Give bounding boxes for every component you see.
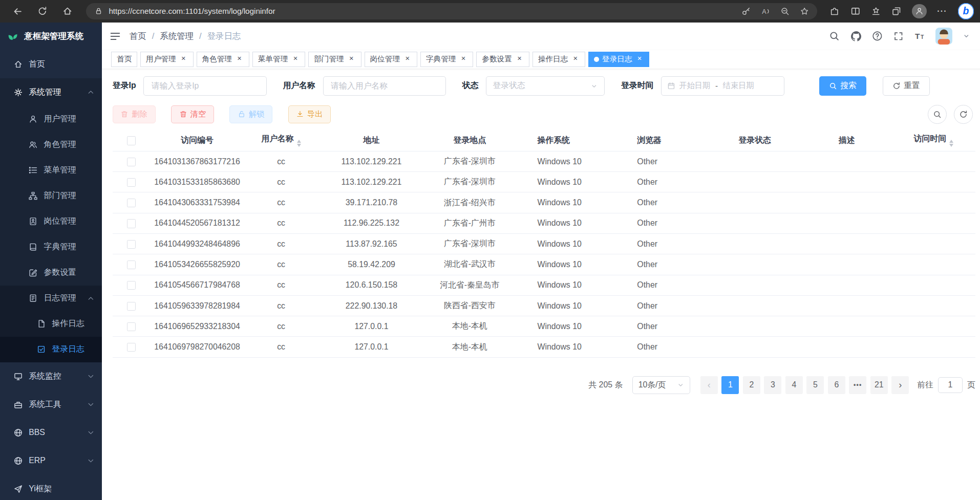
tab-menu-management[interactable]: 菜单管理× [252, 52, 305, 68]
row-checkbox[interactable] [127, 178, 136, 187]
tab-dept-management[interactable]: 部门管理× [308, 52, 361, 68]
row-checkbox[interactable] [127, 281, 136, 290]
page-button-5[interactable]: 5 [806, 376, 824, 394]
sort-icon[interactable] [297, 140, 301, 147]
close-tab-icon[interactable]: × [347, 55, 356, 63]
tab-user-management[interactable]: 用户管理× [140, 52, 193, 68]
avatar-caret-down-icon[interactable] [963, 32, 970, 40]
app-logo[interactable]: 意框架管理系统 [0, 23, 102, 50]
sidebar-item-system-tools[interactable]: 系统工具 [0, 390, 102, 419]
split-screen-icon[interactable] [850, 6, 861, 16]
header-search-button[interactable] [829, 31, 840, 41]
sidebar-item-system-monitor[interactable]: 系统监控 [0, 362, 102, 390]
password-key-icon[interactable] [741, 7, 751, 16]
sidebar-item-yi-framework[interactable]: Yi框架 [0, 475, 102, 500]
pager-ellipsis[interactable]: ••• [849, 376, 866, 394]
read-aloud-icon[interactable]: A [761, 7, 770, 16]
fullscreen-button[interactable] [893, 31, 904, 41]
close-tab-icon[interactable]: × [179, 55, 188, 63]
breadcrumb-item-system[interactable]: 系统管理 [160, 31, 194, 42]
browser-profile-avatar[interactable] [912, 4, 926, 18]
row-checkbox[interactable] [127, 199, 136, 207]
browser-address-bar[interactable]: https://ccnetcore.com:1101/system/log/lo… [86, 3, 817, 20]
sidebar-item-log-management[interactable]: 日志管理 [0, 286, 102, 311]
sidebar-item-param-settings[interactable]: 参数设置 [0, 260, 102, 286]
row-checkbox[interactable] [127, 343, 136, 352]
sidebar-item-dict-management[interactable]: 字典管理 [0, 234, 102, 260]
page-button-1[interactable]: 1 [721, 376, 739, 394]
export-button[interactable]: 导出 [288, 105, 331, 123]
delete-button[interactable]: 删除 [113, 105, 156, 123]
select-all-checkbox[interactable] [127, 136, 136, 145]
page-button-4[interactable]: 4 [785, 376, 803, 394]
sidebar-item-operation-log[interactable]: 操作日志 [0, 311, 102, 337]
page-button-6[interactable]: 6 [828, 376, 845, 394]
browser-home-button[interactable] [55, 2, 80, 21]
breadcrumb-item-home[interactable]: 首页 [130, 31, 146, 42]
sidebar-item-user-management[interactable]: 用户管理 [0, 106, 102, 132]
close-tab-icon[interactable]: × [403, 55, 412, 63]
browser-refresh-button[interactable] [30, 2, 55, 21]
username-input[interactable] [323, 76, 446, 96]
github-button[interactable] [850, 31, 862, 42]
tab-param-settings[interactable]: 参数设置× [476, 52, 529, 68]
sidebar-item-role-management[interactable]: 角色管理 [0, 132, 102, 158]
sidebar-item-post-management[interactable]: 岗位管理 [0, 209, 102, 234]
sidebar-item-menu-management[interactable]: 菜单管理 [0, 158, 102, 183]
font-size-button[interactable]: TT [914, 31, 925, 41]
close-tab-icon[interactable]: × [235, 55, 244, 63]
column-header-1[interactable]: 用户名称 [244, 130, 318, 151]
row-checkbox[interactable] [127, 302, 136, 311]
sidebar-item-erp[interactable]: ERP [0, 447, 102, 475]
close-tab-icon[interactable]: × [291, 55, 300, 63]
page-button-2[interactable]: 2 [743, 376, 760, 394]
row-checkbox[interactable] [127, 219, 136, 228]
toggle-search-button[interactable] [928, 105, 947, 124]
bing-copilot-icon[interactable]: b [958, 3, 974, 19]
reset-button[interactable]: 重置 [883, 76, 930, 96]
collections-icon[interactable] [891, 6, 902, 16]
sidebar-item-dept-management[interactable]: 部门管理 [0, 183, 102, 209]
unlock-button[interactable]: 解锁 [229, 105, 272, 123]
zoom-out-icon[interactable] [780, 7, 790, 16]
clear-button[interactable]: 清空 [171, 105, 214, 123]
login-time-range-picker[interactable]: 开始日期 - 结束日期 [661, 76, 784, 96]
next-page-button[interactable]: › [891, 376, 909, 394]
close-tab-icon[interactable]: × [459, 55, 468, 63]
sidebar-item-system-management[interactable]: 系统管理 [0, 78, 102, 106]
page-jump-input[interactable] [938, 377, 963, 394]
column-header-8[interactable]: 访问时间 [892, 130, 975, 151]
close-tab-icon[interactable]: × [635, 55, 644, 63]
extensions-puzzle-icon[interactable] [829, 6, 840, 16]
sort-icon[interactable] [949, 140, 953, 147]
tab-operation-log[interactable]: 操作日志× [532, 52, 585, 68]
page-button-21[interactable]: 21 [870, 376, 888, 394]
search-button[interactable]: 搜索 [819, 76, 866, 96]
favorites-bar-icon[interactable] [871, 6, 881, 16]
page-size-select[interactable]: 10条/页 [632, 376, 691, 394]
sidebar-collapse-button[interactable] [110, 31, 121, 42]
browser-menu-dots-icon[interactable]: ··· [937, 7, 947, 16]
row-checkbox[interactable] [127, 158, 136, 166]
tab-login-log[interactable]: 登录日志× [588, 52, 649, 68]
row-checkbox[interactable] [127, 240, 136, 249]
page-button-3[interactable]: 3 [764, 376, 781, 394]
sidebar-item-home[interactable]: 首页 [0, 50, 102, 78]
prev-page-button[interactable]: ‹ [700, 376, 718, 394]
row-checkbox[interactable] [127, 260, 136, 269]
tab-home[interactable]: 首页 [111, 52, 137, 68]
tab-post-management[interactable]: 岗位管理× [365, 52, 417, 68]
tab-dict-management[interactable]: 字典管理× [420, 52, 473, 68]
sidebar-item-bbs[interactable]: BBS [0, 419, 102, 447]
user-avatar[interactable] [935, 28, 952, 45]
refresh-table-button[interactable] [954, 105, 973, 124]
row-checkbox[interactable] [127, 322, 136, 331]
status-select[interactable]: 登录状态 [486, 76, 605, 96]
sidebar-item-login-log[interactable]: 登录日志 [0, 337, 102, 362]
browser-back-button[interactable] [5, 2, 30, 21]
add-favorite-star-icon[interactable] [800, 7, 809, 16]
login-ip-input[interactable] [143, 76, 267, 96]
close-tab-icon[interactable]: × [571, 55, 580, 63]
tab-role-management[interactable]: 角色管理× [197, 52, 249, 68]
close-tab-icon[interactable]: × [515, 55, 524, 63]
